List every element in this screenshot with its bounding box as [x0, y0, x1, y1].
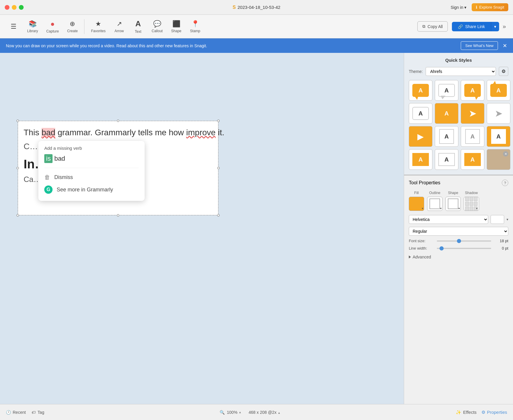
- toolbar-separator-1: [84, 19, 84, 34]
- tag-icon: 🏷: [32, 410, 36, 415]
- handle-bottom-right[interactable]: [217, 214, 220, 216]
- theme-label: Theme:: [409, 69, 423, 74]
- see-more-action[interactable]: G See more in Grammarly: [44, 183, 139, 196]
- handle-middle-left[interactable]: [17, 167, 19, 169]
- style-square-white2-border[interactable]: A: [461, 126, 484, 147]
- shape-swatch[interactable]: ▾: [445, 197, 461, 211]
- toolbar-capture[interactable]: ● Capture: [43, 18, 63, 35]
- banner-text: Now you can draw on your screen while yo…: [6, 43, 456, 48]
- font-size-row: Font size: 18 pt: [409, 239, 508, 243]
- arrow-icon: ↗: [117, 20, 122, 28]
- outline-swatch[interactable]: ▾: [427, 197, 442, 211]
- toolbar-library[interactable]: 📚 Library: [24, 18, 42, 35]
- bad-word: bad: [42, 128, 55, 137]
- theme-settings-button[interactable]: ⚙: [499, 67, 508, 76]
- shadow-swatch[interactable]: ▾: [464, 197, 479, 211]
- see-whats-new-button[interactable]: See What's New: [461, 41, 498, 50]
- tag-button[interactable]: 🏷 Tag: [32, 410, 44, 415]
- handle-bottom-middle[interactable]: [117, 214, 119, 216]
- font-color-dropdown[interactable]: ▾: [507, 217, 508, 222]
- close-button[interactable]: [5, 5, 9, 10]
- outline-inner: [429, 198, 440, 209]
- advanced-section[interactable]: Advanced: [409, 253, 508, 261]
- tool-props-title: Tool Properties: [409, 180, 440, 185]
- toolbar-arrow[interactable]: ↗ Arrow: [110, 18, 128, 35]
- help-button[interactable]: ?: [502, 180, 508, 186]
- explore-snagit-button[interactable]: ℹ Explore Snagit: [472, 3, 508, 11]
- style-square-orange-border[interactable]: A: [487, 126, 510, 147]
- shadow-grid: [465, 197, 478, 211]
- style-callout-orange-nr[interactable]: A: [435, 103, 458, 124]
- stamp-icon: 📍: [191, 20, 199, 28]
- style-callout-white-dl[interactable]: A: [435, 80, 458, 101]
- toolbar-create[interactable]: ⊕ Create: [63, 18, 81, 35]
- status-right: ✨ Effects ⚙ Properties: [456, 410, 507, 415]
- style-callout-white-nr[interactable]: A: [409, 103, 432, 124]
- quick-styles-panel: Quick Styles Theme: Ahrefs ⚙ A A A: [404, 53, 513, 175]
- toolbar-shape[interactable]: ⬛ Shape: [167, 18, 185, 35]
- toolbar-text[interactable]: A Text: [129, 17, 147, 35]
- main-area: This bad grammar. Grammarly tells me how…: [0, 53, 513, 420]
- style-callout-orange-tl[interactable]: A: [487, 80, 510, 101]
- style-partial-b[interactable]: A: [435, 149, 458, 170]
- toolbar-stamp[interactable]: 📍 Stamp: [186, 18, 204, 35]
- capture-label: Capture: [46, 29, 59, 33]
- style-partial-c[interactable]: A: [461, 149, 484, 170]
- fill-swatch[interactable]: ▾: [409, 197, 424, 211]
- share-link-button[interactable]: 🔗 Share Link: [452, 22, 491, 31]
- shape-inner: [448, 198, 458, 209]
- advanced-label: Advanced: [413, 255, 431, 259]
- effects-button[interactable]: ✨ Effects: [456, 410, 477, 415]
- style-selected[interactable]: ✕: [487, 149, 510, 170]
- style-callout-orange-bl[interactable]: A: [409, 80, 432, 101]
- font-color-swatch[interactable]: [491, 215, 504, 224]
- theme-select[interactable]: Ahrefs: [426, 67, 496, 76]
- shadow-swatch-arrow: ▾: [476, 207, 478, 210]
- font-style-select[interactable]: Regular: [409, 227, 508, 236]
- wand-icon: ✨: [456, 410, 461, 415]
- capture-icon: ●: [50, 20, 55, 28]
- style-arrow-orange[interactable]: ➤: [461, 103, 484, 124]
- sign-in-button[interactable]: Sign in ▾: [448, 4, 469, 11]
- font-size-value: 18 pt: [494, 239, 508, 243]
- properties-button[interactable]: ⚙ Properties: [481, 410, 507, 415]
- style-arrow-white[interactable]: ➤: [487, 103, 510, 124]
- recent-button[interactable]: 🕐 Recent: [6, 410, 26, 415]
- right-panel: Quick Styles Theme: Ahrefs ⚙ A A A: [404, 53, 513, 420]
- dimensions-display[interactable]: 468 x 208 @2x ▲: [249, 410, 280, 415]
- share-link-dropdown[interactable]: ▾: [491, 22, 499, 31]
- font-family-select[interactable]: Helvetica: [409, 215, 488, 224]
- status-left: 🕐 Recent 🏷 Tag: [6, 410, 44, 415]
- library-label: Library: [27, 29, 38, 33]
- style-close-icon[interactable]: ✕: [503, 151, 508, 157]
- maximize-button[interactable]: [19, 5, 24, 10]
- toolbar-callout[interactable]: 💬 Callout: [148, 18, 166, 35]
- canvas-area[interactable]: This bad grammar. Grammarly tells me how…: [0, 53, 404, 420]
- gear-properties-icon: ⚙: [481, 410, 485, 415]
- copy-all-button[interactable]: ⧉ Copy All: [417, 21, 448, 32]
- line-width-slider[interactable]: [437, 248, 491, 249]
- props-swatches-row: Fill ▾ Outline ▾ Shape ▾: [409, 191, 508, 211]
- handle-bottom-left[interactable]: [17, 214, 19, 216]
- dismiss-action[interactable]: 🗑 Dismiss: [44, 172, 139, 183]
- style-arrow-orange-sm[interactable]: ▶: [409, 126, 432, 147]
- style-square-white-border[interactable]: A: [435, 126, 458, 147]
- toolbar-favorites[interactable]: ★ Favorites: [87, 18, 109, 35]
- banner-close-button[interactable]: ✕: [503, 43, 507, 49]
- arrow-right-outline-icon: ➤: [495, 109, 503, 118]
- zoom-level[interactable]: 100% ▲: [227, 410, 242, 415]
- more-tools-button[interactable]: »: [500, 22, 508, 31]
- minimize-button[interactable]: [12, 5, 17, 10]
- handle-top-right[interactable]: [217, 120, 220, 122]
- font-size-slider[interactable]: [437, 240, 491, 242]
- outline-col: Outline ▾: [427, 191, 442, 211]
- info-icon: ℹ: [476, 5, 477, 9]
- copy-icon: ⧉: [422, 24, 425, 29]
- handle-top-middle[interactable]: [117, 120, 119, 122]
- shadow-col: Shadow ▾: [464, 191, 479, 211]
- style-partial-a[interactable]: A: [409, 149, 432, 170]
- is-word: is: [44, 154, 53, 163]
- handle-top-left[interactable]: [17, 120, 19, 122]
- style-callout-orange-br[interactable]: A: [461, 80, 484, 101]
- toolbar-menu-button[interactable]: ☰: [5, 21, 22, 32]
